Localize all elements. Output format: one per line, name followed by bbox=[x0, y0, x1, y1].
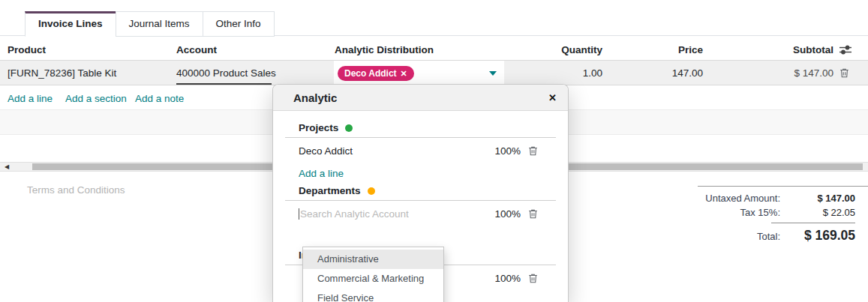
tax-row: Tax 15%: $ 22.05 bbox=[698, 205, 868, 220]
percentage-field[interactable]: 100% bbox=[494, 208, 521, 220]
analytic-line-deco-addict: Deco Addict 100% bbox=[299, 138, 556, 163]
scroll-left-arrow-icon[interactable]: ◀ bbox=[0, 163, 14, 171]
status-dot-icon bbox=[368, 187, 375, 195]
percentage-field[interactable]: 100% bbox=[494, 145, 521, 157]
untaxed-amount-value: $ 147.00 bbox=[780, 191, 855, 205]
dropdown-option-administrative[interactable]: Administrative bbox=[303, 250, 443, 269]
tab-invoice-lines[interactable]: Invoice Lines bbox=[25, 11, 116, 37]
popup-add-a-line-link[interactable]: Add a line bbox=[299, 163, 556, 184]
search-analytic-account-input[interactable]: Search Analytic Account bbox=[299, 208, 494, 220]
optional-columns-icon[interactable] bbox=[839, 45, 851, 55]
col-analytic-distribution: Analytic Distribution bbox=[335, 44, 434, 55]
dropdown-option-field-service[interactable]: Field Service bbox=[303, 289, 443, 302]
analytic-tag[interactable]: Deco Addict✕ bbox=[338, 66, 414, 81]
untaxed-amount-label: Untaxed Amount: bbox=[698, 191, 780, 205]
analytic-popup-header: Analytic ✕ bbox=[273, 85, 568, 111]
tabs: Invoice Lines Journal Items Other Info bbox=[25, 11, 274, 37]
search-placeholder: Search Analytic Account bbox=[300, 208, 409, 220]
plan-header-departments: Departments bbox=[299, 184, 556, 198]
tag-remove-icon[interactable]: ✕ bbox=[401, 69, 407, 78]
subtotal-cell: $ 147.00 bbox=[720, 67, 833, 79]
table-row[interactable]: [FURN_78236] Table Kit 400000 Product Sa… bbox=[0, 61, 868, 85]
col-price: Price bbox=[623, 44, 703, 55]
analytic-popup: Analytic ✕ Projects Deco Addict 100% Add… bbox=[272, 84, 569, 302]
total-label: Total: bbox=[698, 228, 780, 246]
tab-journal-items[interactable]: Journal Items bbox=[116, 11, 203, 37]
invoice-form-page: Invoice Lines Journal Items Other Info P… bbox=[0, 0, 868, 302]
close-icon[interactable]: ✕ bbox=[548, 92, 557, 103]
tax-value: $ 22.05 bbox=[780, 205, 855, 220]
delete-analytic-line-icon[interactable] bbox=[528, 273, 538, 283]
add-a-section-link[interactable]: Add a section bbox=[65, 93, 127, 104]
col-subtotal: Subtotal bbox=[720, 44, 833, 55]
invoice-lines-header: Product Account Analytic Distribution Qu… bbox=[0, 39, 868, 61]
status-dot-icon bbox=[345, 124, 353, 132]
analytic-account-name[interactable]: Deco Addict bbox=[299, 145, 494, 157]
totals-panel: Untaxed Amount: $ 147.00 Tax 15%: $ 22.0… bbox=[698, 186, 868, 246]
add-a-line-link[interactable]: Add a line bbox=[8, 93, 53, 104]
price-cell[interactable]: 147.00 bbox=[623, 67, 703, 79]
percentage-field[interactable]: 100% bbox=[494, 273, 521, 284]
col-quantity: Quantity bbox=[495, 44, 602, 55]
quantity-cell[interactable]: 1.00 bbox=[495, 67, 602, 79]
analytic-popup-title: Analytic bbox=[293, 91, 337, 104]
terms-and-conditions-field[interactable]: Terms and Conditions bbox=[27, 184, 125, 196]
dropdown-option-commercial-marketing[interactable]: Commercial & Marketing bbox=[303, 269, 443, 289]
account-cell[interactable]: 400000 Product Sales bbox=[176, 67, 276, 79]
notebook-tabbar: Invoice Lines Journal Items Other Info bbox=[0, 11, 868, 36]
delete-line-icon[interactable] bbox=[839, 67, 849, 78]
col-account: Account bbox=[176, 44, 217, 55]
plan-header-projects: Projects bbox=[299, 121, 556, 135]
analytic-account-dropdown: Administrative Commercial & Marketing Fi… bbox=[302, 247, 444, 302]
total-value: $ 169.05 bbox=[780, 226, 855, 244]
account-field-underline bbox=[176, 83, 272, 85]
analytic-popup-body: Projects Deco Addict 100% Add a line Dep… bbox=[273, 111, 568, 302]
delete-analytic-line-icon[interactable] bbox=[528, 208, 538, 219]
add-a-note-link[interactable]: Add a note bbox=[135, 93, 184, 104]
delete-analytic-line-icon[interactable] bbox=[528, 145, 538, 156]
total-row: Total: $ 169.05 bbox=[698, 226, 868, 246]
analytic-line-search: Search Analytic Account 100% bbox=[299, 201, 556, 226]
product-cell[interactable]: [FURN_78236] Table Kit bbox=[8, 67, 116, 79]
col-product: Product bbox=[8, 44, 46, 55]
untaxed-amount-row: Untaxed Amount: $ 147.00 bbox=[698, 191, 868, 205]
tax-label: Tax 15%: bbox=[698, 205, 780, 220]
text-cursor bbox=[299, 208, 299, 220]
tab-other-info[interactable]: Other Info bbox=[203, 11, 275, 37]
totals-divider bbox=[771, 223, 855, 223]
